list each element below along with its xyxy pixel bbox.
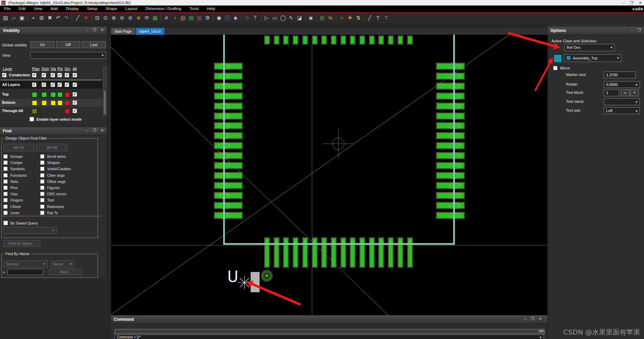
visibility-minimize-icon[interactable]: – (86, 28, 88, 32)
toolbar-icon-visibility-eye[interactable]: ◉ (215, 14, 223, 22)
class-combo[interactable]: Ref Des▼ (564, 44, 615, 51)
window-minimize-button[interactable]: – (622, 0, 624, 6)
toolbar-icon-snapshot[interactable]: ◙ (307, 14, 315, 22)
toolbar-icon-datatips-info[interactable]: ⓘ (223, 14, 231, 22)
pad-top-5[interactable] (302, 35, 308, 45)
command-scrollbar[interactable] (114, 329, 545, 334)
pad-top-11[interactable] (359, 35, 365, 45)
menu-dimension-drafting[interactable]: Dimension / Drafting (141, 6, 185, 12)
mirror-checkbox[interactable] (553, 66, 557, 70)
column-header-drc[interactable]: Drc (65, 67, 70, 71)
toolbar-icon-shadow-mode[interactable]: ▨ (187, 14, 195, 22)
toolbar-icon-move[interactable]: + (29, 14, 37, 22)
menu-help[interactable]: Help (203, 6, 219, 12)
layer-color-swatch[interactable] (65, 109, 70, 114)
toolbar-icon-zoom-in[interactable]: ⊕ (110, 14, 118, 22)
menu-edit[interactable]: Edit (15, 6, 30, 12)
visibility-close-icon[interactable]: ✕ (101, 28, 104, 32)
toolbar-icon-redo[interactable]: ↷ (62, 14, 70, 22)
visibility-checkbox[interactable]: ✓ (42, 83, 46, 87)
menu-file[interactable]: File (0, 6, 15, 12)
column-header-via[interactable]: Via (51, 67, 56, 71)
layer-color-swatch[interactable] (42, 100, 47, 106)
spinner-down-button[interactable]: ▼ (630, 89, 639, 96)
visibility-float-icon[interactable]: ❐ (93, 28, 96, 32)
find-checkbox-symbols[interactable] (3, 167, 8, 171)
spinner-up-button[interactable]: ▲ (621, 89, 630, 96)
assembly-outline-bottom[interactable] (223, 243, 455, 245)
toolbar-icon-symbol-mode[interactable]: ▥ (195, 14, 204, 22)
global-last-button[interactable]: Last (82, 41, 106, 48)
column-header-etch[interactable]: Etch (42, 67, 49, 71)
toolbar-icon-redraw[interactable]: ⟳ (143, 14, 151, 22)
toolbar-icon-shape-circle[interactable]: ◯ (279, 14, 287, 22)
visibility-checkbox[interactable]: ✓ (32, 73, 36, 77)
pad-top-8[interactable] (331, 35, 337, 45)
layer-color-swatch[interactable] (32, 109, 37, 114)
toolbar-icon-board-thumbnail[interactable]: ▦ (151, 14, 159, 22)
toolbar-icon-text-tool-alt[interactable]: T (382, 14, 390, 22)
visibility-checkbox[interactable]: ✓ (42, 73, 46, 77)
toolbar-icon-slide[interactable]: ✚ (346, 14, 354, 22)
find-checkbox-functions[interactable] (3, 173, 8, 177)
toolbar-icon-add-pin[interactable]: ⊙ (243, 14, 251, 22)
toolbar-icon-zoom-fit[interactable]: ⊙ (101, 14, 110, 22)
subclass-combo[interactable]: Assembly_Top▼ (564, 54, 621, 62)
visibility-checkbox[interactable]: ✓ (57, 73, 62, 77)
column-header-all[interactable]: All (73, 67, 77, 71)
find-checkbox-clines[interactable] (3, 205, 8, 209)
placement-rect[interactable] (251, 272, 260, 292)
toolbar-icon-undo[interactable]: ↶ (54, 14, 62, 22)
window-close-button[interactable]: ✕ (639, 0, 642, 6)
tab-lqfp64-10x10[interactable]: lqfp64_10x10 (136, 28, 164, 35)
column-header-plan[interactable]: Plan (32, 67, 40, 71)
pad-top-13[interactable] (378, 35, 384, 45)
toolbar-icon-new-design[interactable]: ▤ (1, 14, 10, 22)
toolbar-icon-select-tool[interactable]: ↖ (287, 14, 295, 22)
visibility-checkbox[interactable]: ✓ (57, 83, 62, 87)
find-minimize-icon[interactable]: – (86, 128, 88, 133)
toolbar-icon-unfix-tool[interactable]: ✖ (82, 14, 90, 22)
find-name-input[interactable] (8, 269, 43, 275)
subclass-color-swatch[interactable] (554, 54, 562, 63)
find-checkbox-voids-cavities[interactable] (40, 167, 44, 171)
visibility-scrollbar[interactable] (103, 67, 107, 116)
layer-color-swatch[interactable] (51, 100, 56, 106)
find-checkbox-comps[interactable] (3, 161, 8, 165)
pad-top-15[interactable] (397, 35, 403, 45)
options-minimize-icon[interactable]: – (631, 28, 633, 32)
find-checkbox-fingers[interactable] (3, 198, 8, 202)
all-on-button[interactable]: All On (3, 144, 34, 151)
toolbar-icon-shape-rect[interactable]: ▭ (271, 14, 279, 22)
all-off-button[interactable]: All Off (36, 144, 67, 151)
field-input-text-block[interactable]: 1 (604, 89, 619, 96)
toolbar-icon-view-3d[interactable]: ◈ (231, 14, 240, 22)
find-by-query-button[interactable]: Find by Query... (3, 240, 40, 247)
toolbar-icon-dimension-tool[interactable]: ⊤ (251, 14, 259, 22)
toolbar-icon-color-dialog[interactable]: ◑ (171, 14, 179, 22)
visibility-checkbox[interactable]: ✓ (32, 83, 36, 87)
layer-color-swatch[interactable] (57, 92, 63, 97)
by-saved-query-checkbox[interactable] (3, 221, 8, 225)
find-checkbox-rat-ts[interactable] (40, 211, 44, 215)
field-input-marker-size[interactable]: 1.2700 (604, 72, 636, 78)
visibility-checkbox[interactable]: ✓ (73, 109, 77, 113)
menu-shape[interactable]: Shape (101, 6, 121, 12)
visibility-checkbox[interactable]: ✓ (65, 73, 69, 77)
pad-top-4[interactable] (293, 35, 298, 45)
command-input[interactable]: Command > U*▼ (114, 335, 544, 339)
visibility-checkbox[interactable]: ✓ (73, 83, 77, 87)
find-checkbox-cline-segs[interactable] (40, 173, 44, 177)
field-combo-text-just[interactable]: Left▼ (604, 107, 640, 114)
pad-top-12[interactable] (369, 35, 375, 45)
toolbar-icon-reports[interactable]: ▥ (318, 14, 326, 22)
visibility-checkbox[interactable]: ✓ (73, 73, 77, 77)
layer-color-swatch[interactable] (57, 100, 63, 106)
find-checkbox-nets[interactable] (3, 179, 8, 184)
layer-color-swatch[interactable] (65, 92, 70, 97)
visibility-checkbox[interactable]: ✓ (73, 100, 77, 105)
assembly-outline-left[interactable] (223, 35, 225, 245)
pad-top-16[interactable] (407, 35, 413, 45)
visibility-checkbox[interactable]: ✓ (51, 73, 55, 77)
find-checkbox-groups[interactable] (3, 154, 8, 158)
